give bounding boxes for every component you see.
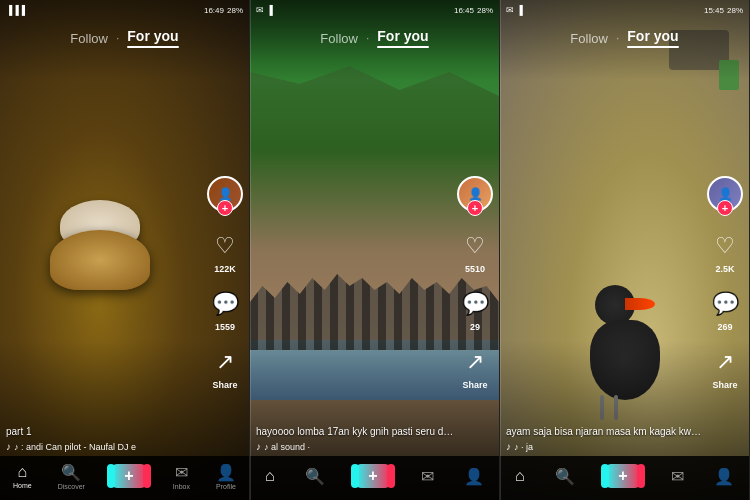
discover-icon-3: 🔍 [555,467,575,486]
nav-discover-1[interactable]: 🔍 Discover [58,463,85,490]
status-right-2: 16:45 28% [454,6,493,15]
nav-foryou-wrap-1[interactable]: For you [127,28,178,48]
nav-add-1[interactable]: + [111,464,147,488]
nav-inbox-2[interactable]: ✉ [421,467,434,486]
bread [50,230,150,290]
nav-sep-2: · [366,31,369,45]
nav-foryou-2: For you [377,28,428,44]
nav-inbox-1[interactable]: ✉ Inbox [173,463,190,490]
music-1: ♪ ♪ : andi Can pilot - Naufal DJ e [6,441,205,452]
home-label-1: Home [13,482,32,489]
nav-follow-2[interactable]: Follow [320,31,358,46]
nav-home-1[interactable]: ⌂ Home [13,463,32,489]
music-note-1: ♪ [6,441,11,452]
nav-foryou-wrap-3[interactable]: For you [627,28,678,48]
share-icon-1: ↗ [209,346,241,378]
comment-item-2[interactable]: 💬 29 [459,288,491,332]
time-3: 15:45 [704,6,724,15]
nav-home-2[interactable]: ⌂ [265,467,275,485]
home-icon-1: ⌂ [17,463,27,481]
panel-2: ✉ ▐ 16:45 28% Follow · For you 👤 + ♡ 551… [250,0,500,500]
like-item-1[interactable]: ♡ 122K [209,230,241,274]
nav-profile-2[interactable]: 👤 [464,467,484,486]
nav-sep-3: · [616,31,619,45]
like-count-1: 122K [214,264,236,274]
status-bar-1: ▐▐▐ 16:49 28% [0,0,249,20]
nav-bar-2: Follow · For you [250,20,499,56]
add-button-1[interactable]: + [111,464,147,488]
share-icon-3: ↗ [709,346,741,378]
inbox-icon-3: ✉ [671,467,684,486]
nav-underline-2 [377,46,428,48]
comment-icon-1: 💬 [209,288,241,320]
music-text-1: ♪ : andi Can pilot - Naufal DJ e [14,442,136,452]
time-1: 16:49 [204,6,224,15]
like-item-2[interactable]: ♡ 5510 [459,230,491,274]
add-button-2[interactable]: + [355,464,391,488]
avatar-item-2[interactable]: 👤 + [457,176,493,216]
share-item-1[interactable]: ↗ Share [209,346,241,390]
share-label-2: Share [462,380,487,390]
caption-1: part 1 [6,426,205,437]
bottom-info-3: ayam saja bisa njaran masa km kagak kwkw… [506,426,705,452]
nav-follow-1[interactable]: Follow [70,31,108,46]
nav-profile-3[interactable]: 👤 [714,467,734,486]
music-2: ♪ ♪ al sound · [256,441,455,452]
panel-3: ✉ ▐ 15:45 28% Follow · For you 👤 + ♡ 2.5… [500,0,750,500]
profile-icon-1: 👤 [216,463,236,482]
comment-count-2: 29 [470,322,480,332]
nav-profile-1[interactable]: 👤 Profile [216,463,236,490]
like-count-3: 2.5K [715,264,734,274]
nav-underline-1 [127,46,178,48]
nav-discover-2[interactable]: 🔍 [305,467,325,486]
avatar-item-1[interactable]: 👤 + [207,176,243,216]
nav-add-3[interactable]: + [605,464,641,488]
comment-item-3[interactable]: 💬 269 [709,288,741,332]
avatar-wrap-1: 👤 + [207,176,243,212]
nav-sep-1: · [116,31,119,45]
status-bar-3: ✉ ▐ 15:45 28% [500,0,749,20]
discover-label-1: Discover [58,483,85,490]
profile-icon-3: 👤 [714,467,734,486]
like-item-3[interactable]: ♡ 2.5K [709,230,741,274]
follow-plus-3: + [717,200,733,216]
heart-icon-2: ♡ [459,230,491,262]
status-left-3: ✉ ▐ [506,5,523,15]
nav-underline-3 [627,46,678,48]
nav-follow-3[interactable]: Follow [570,31,608,46]
nav-discover-3[interactable]: 🔍 [555,467,575,486]
share-item-3[interactable]: ↗ Share [709,346,741,390]
battery-3: 28% [727,6,743,15]
avatar-wrap-3: 👤 + [707,176,743,212]
bottom-nav-3: ⌂ 🔍 + ✉ 👤 [500,456,749,500]
nav-foryou-1: For you [127,28,178,44]
inbox-label-1: Inbox [173,483,190,490]
like-count-2: 5510 [465,264,485,274]
nav-inbox-3[interactable]: ✉ [671,467,684,486]
inbox-icon-1: ✉ [175,463,188,482]
heart-icon-1: ♡ [209,230,241,262]
avatar-item-3[interactable]: 👤 + [707,176,743,216]
nav-foryou-3: For you [627,28,678,44]
actions-1: 👤 + ♡ 122K 💬 1559 ↗ Share [207,176,243,390]
nav-bar-3: Follow · For you [500,20,749,56]
border-left-3 [500,0,501,500]
discover-icon-1: 🔍 [61,463,81,482]
bottom-info-2: hayoooo lomba 17an kyk gnih pasti seru d… [256,426,455,452]
food-visual [50,200,170,280]
add-button-3[interactable]: + [605,464,641,488]
comment-item-1[interactable]: 💬 1559 [209,288,241,332]
music-note-3: ♪ [506,441,511,452]
music-text-2: ♪ al sound · [264,442,310,452]
status-left-2: ✉ ▐ [256,5,273,15]
status-left-1: ▐▐▐ [6,5,25,15]
nav-home-3[interactable]: ⌂ [515,467,525,485]
battery-2: 28% [477,6,493,15]
nav-add-2[interactable]: + [355,464,391,488]
share-icon-2: ↗ [459,346,491,378]
caption-2: hayoooo lomba 17an kyk gnih pasti seru d… [256,426,455,437]
comment-count-1: 1559 [215,322,235,332]
share-item-2[interactable]: ↗ Share [459,346,491,390]
nav-foryou-wrap-2[interactable]: For you [377,28,428,48]
music-note-2: ♪ [256,441,261,452]
